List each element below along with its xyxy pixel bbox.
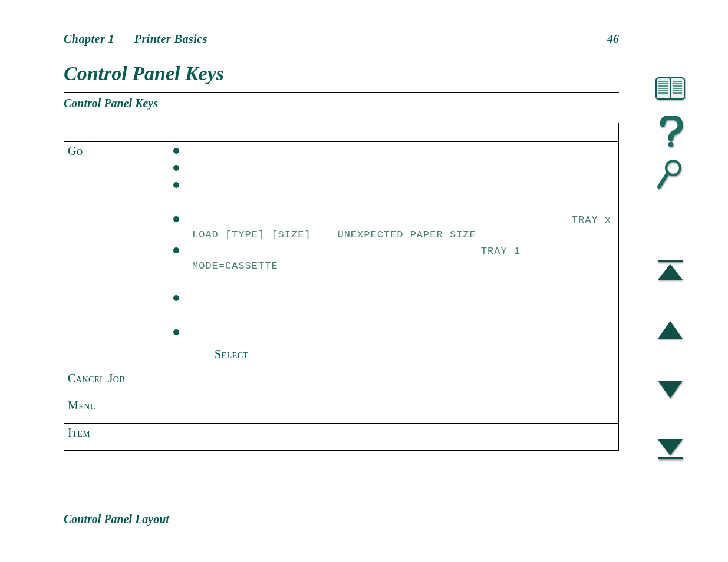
mode-cassette-text: MODE=CASSETTE (186, 259, 615, 274)
bullet-item (173, 178, 615, 194)
search-icon[interactable] (653, 158, 688, 190)
book-icon[interactable] (653, 72, 688, 104)
key-menu: Menu (68, 399, 97, 412)
select-key: Select (215, 348, 249, 361)
page-content: Chapter 1 Printer Basics 46 Control Pane… (64, 32, 619, 451)
footer-link[interactable]: Control Panel Layout (64, 513, 169, 526)
rule-thin (64, 114, 619, 114)
svg-marker-19 (658, 439, 683, 455)
tray-x-text: TRAY x (572, 213, 611, 228)
load-text: LOAD [TYPE] [SIZE] (192, 229, 311, 240)
bullet-item (173, 292, 615, 308)
key-cancel-job: Cancel Job (68, 372, 125, 385)
bullet-spacer (173, 275, 615, 290)
keys-table: Go TRAY x LOAD [TYPE] [SIZE] UNEXPECTED … (64, 123, 619, 451)
bullet-item: TRAY 1 MODE=CASSETTE (173, 244, 615, 274)
chapter-label: Chapter 1 (64, 32, 114, 45)
bullet-spacer (173, 309, 615, 325)
go-last-icon[interactable] (653, 432, 688, 465)
table-row: Go TRAY x LOAD [TYPE] [SIZE] UNEXPECTED … (64, 142, 619, 369)
page-header: Chapter 1 Printer Basics 46 (64, 32, 619, 46)
bullet-item (173, 161, 615, 177)
tray-1-text: TRAY 1 (481, 244, 521, 259)
table-caption: Control Panel Keys (64, 97, 619, 110)
rule-thick (64, 92, 619, 93)
key-go: Go (68, 144, 83, 157)
unexpected-text: UNEXPECTED PAPER SIZE (337, 229, 476, 240)
svg-marker-17 (658, 321, 683, 339)
page-number: 46 (607, 32, 619, 46)
svg-marker-18 (658, 381, 683, 398)
table-row: Menu (64, 396, 619, 424)
bullet-item: TRAY x LOAD [TYPE] [SIZE] UNEXPECTED PAP… (173, 213, 615, 243)
help-icon[interactable] (653, 115, 688, 147)
go-description: TRAY x LOAD [TYPE] [SIZE] UNEXPECTED PAP… (171, 144, 615, 363)
table-header-row (64, 123, 619, 142)
svg-line-14 (659, 173, 668, 187)
go-first-icon[interactable] (653, 254, 688, 286)
nav-rail (649, 72, 691, 492)
bullet-item (173, 326, 615, 342)
section-label: Printer Basics (134, 32, 207, 45)
go-next-icon[interactable] (653, 373, 688, 405)
svg-marker-16 (658, 264, 683, 280)
bullet-spacer (173, 196, 615, 211)
bullet-item (173, 144, 615, 160)
chapter-title: Chapter 1 Printer Basics (64, 32, 207, 46)
table-row: Item (64, 424, 619, 451)
go-prev-icon[interactable] (653, 313, 688, 346)
svg-point-12 (668, 141, 674, 147)
key-item: Item (68, 426, 90, 439)
table-row: Cancel Job (64, 369, 619, 396)
main-title: Control Panel Keys (64, 62, 619, 85)
